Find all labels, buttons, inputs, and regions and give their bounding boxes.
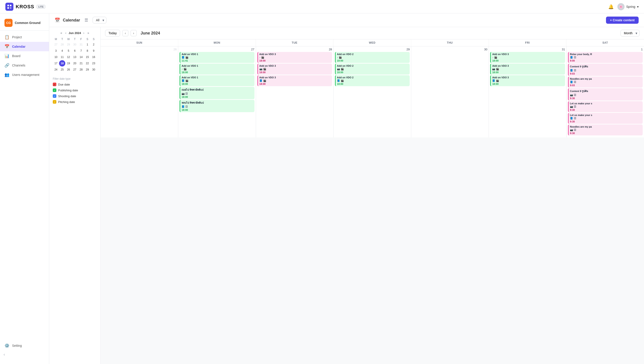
day-header-wed: WED bbox=[334, 39, 411, 46]
facebook-icon: 📘 bbox=[182, 79, 185, 82]
event-item[interactable]: Content 9 รูปค้น 📘 🖼 9:03 bbox=[568, 64, 643, 76]
mini-cal-day[interactable]: 30 bbox=[90, 67, 97, 73]
sidebar-item-users[interactable]: 👥 Users management bbox=[0, 70, 49, 79]
mini-cal-day[interactable]: 7 bbox=[78, 48, 84, 54]
mini-cal-prev-prev[interactable]: « bbox=[60, 31, 63, 35]
view-select[interactable]: Month Week Day bbox=[620, 30, 640, 37]
mini-cal-day[interactable]: 1 bbox=[84, 41, 90, 48]
mini-cal-day[interactable]: 31 bbox=[78, 41, 84, 48]
mini-cal-day[interactable]: 27 bbox=[72, 67, 78, 73]
sidebar-item-setting[interactable]: ⚙️ Setting bbox=[0, 341, 49, 350]
mini-cal-day[interactable]: 28 bbox=[59, 41, 65, 48]
event-item[interactable]: Add on VDO 3 📷 🎬 18:00 bbox=[490, 64, 565, 75]
next-month-button[interactable]: › bbox=[130, 30, 137, 36]
sidebar-item-calendar[interactable]: 📅 Calendar bbox=[0, 42, 49, 51]
mini-cal-day-s2: S bbox=[90, 37, 97, 41]
mini-cal-day[interactable]: 22 bbox=[84, 60, 90, 67]
mini-cal-day[interactable]: 5 bbox=[65, 48, 72, 54]
event-title: Content 9 รูปค้น bbox=[570, 89, 641, 93]
event-time: 9:30 bbox=[570, 109, 641, 111]
event-item[interactable]: Add on VDO 1 ♪ 🎬 18:00 bbox=[180, 64, 254, 75]
filter-label-due: Due date bbox=[58, 83, 70, 86]
mini-cal-day[interactable]: 29 bbox=[84, 67, 90, 73]
mini-cal-next[interactable]: › bbox=[82, 31, 85, 35]
main-layout: CG Common Ground 📋 Project 📅 Calendar 📊 … bbox=[0, 14, 644, 364]
event-item[interactable]: Add on VDO 1 📘 🎬 11:41 bbox=[180, 52, 254, 63]
notification-bell[interactable]: 🔔 bbox=[608, 4, 614, 10]
mini-cal-day[interactable]: 6 bbox=[72, 48, 78, 54]
event-item[interactable]: Add on VDO 3 📘 🎬 18:00 bbox=[490, 75, 565, 86]
mini-cal-day[interactable]: 29 bbox=[65, 41, 72, 48]
mini-cal-day[interactable]: 30 bbox=[72, 41, 78, 48]
event-item[interactable]: Add on VDO 3 📷 🎬 18:00 bbox=[258, 64, 332, 75]
video-icon: 🎬 bbox=[496, 68, 499, 71]
mini-cal-day[interactable]: 16 bbox=[90, 54, 97, 60]
sidebar-item-board[interactable]: 📊 Board bbox=[0, 51, 49, 61]
event-item[interactable]: Add on VDO 3 ♪ 🎬 18:00 bbox=[490, 52, 565, 63]
mini-cal-prev[interactable]: ‹ bbox=[64, 31, 67, 35]
filter-button[interactable]: ☰ bbox=[83, 17, 90, 24]
mini-cal-day[interactable]: 3 bbox=[53, 48, 59, 54]
tiktok-icon: ♪ bbox=[260, 56, 261, 59]
event-item[interactable]: หลบไป พิชชามีทสิแป 📘 🖼 18:00 bbox=[180, 100, 254, 112]
event-time: 18:00 bbox=[182, 109, 253, 111]
mini-cal-day[interactable]: 4 bbox=[59, 48, 65, 54]
mini-cal-day[interactable]: 11 bbox=[59, 54, 65, 60]
mini-cal-day[interactable]: 10 bbox=[53, 54, 59, 60]
mini-cal-day[interactable]: 18 bbox=[59, 60, 65, 67]
event-item[interactable]: Add on VDO 2 📘 🎬 18:00 bbox=[335, 75, 410, 86]
day-header-thu: THU bbox=[411, 39, 489, 46]
video-icon: 🎬 bbox=[496, 79, 499, 82]
event-item[interactable]: Add on VDO 1 📘 🎬 18:00 bbox=[180, 75, 254, 86]
event-item[interactable]: Noodles are my pa 📷 🖼 9:30 bbox=[568, 124, 643, 135]
mini-cal-day[interactable]: 20 bbox=[72, 60, 78, 67]
sidebar-label-setting: Setting bbox=[12, 344, 22, 347]
create-content-button[interactable]: + Create content bbox=[606, 17, 639, 24]
mini-cal-day[interactable]: 26 bbox=[65, 67, 72, 73]
mini-cal-day[interactable]: 17 bbox=[53, 60, 59, 67]
event-item[interactable]: Let us make your s 📷 🖼 9:30 bbox=[568, 101, 643, 112]
today-button[interactable]: Today bbox=[105, 30, 120, 37]
filter-checkbox-publishing[interactable]: ✓ bbox=[53, 88, 56, 92]
sidebar-item-channels[interactable]: 🔗 Channels bbox=[0, 61, 49, 70]
mini-cal-day[interactable]: 21 bbox=[78, 60, 84, 67]
event-item[interactable]: Relax your body, R 📘 🖼 9:00 bbox=[568, 52, 643, 63]
event-item[interactable]: Add on VDO 3 ♪ 🎬 18:00 bbox=[258, 52, 332, 63]
event-item[interactable]: Let us make your s 📘 🖼 9:30 bbox=[568, 113, 643, 124]
mini-cal-day-s1: S bbox=[84, 37, 90, 41]
mini-cal-day[interactable]: 23 bbox=[90, 60, 97, 67]
filter-checkbox-pitching[interactable]: ✓ bbox=[53, 100, 56, 104]
event-icons: 📘 🖼 bbox=[570, 69, 641, 72]
mini-cal-next-next[interactable]: » bbox=[86, 31, 90, 35]
filter-checkbox-due[interactable]: ✓ bbox=[53, 83, 56, 86]
mini-cal-day[interactable]: 14 bbox=[78, 54, 84, 60]
mini-cal-day-w: W bbox=[65, 37, 72, 41]
mini-cal-day[interactable]: 19 bbox=[65, 60, 72, 67]
event-item[interactable]: Add on VDO 2 ♪ 🎬 18:00 bbox=[335, 52, 410, 63]
mini-cal-day[interactable]: 2 bbox=[90, 41, 97, 48]
mini-cal-day[interactable]: 15 bbox=[84, 54, 90, 60]
user-menu[interactable]: 🌸 Spring ▾ bbox=[618, 3, 639, 10]
event-item[interactable]: Content 9 รูปค้น 📷 🖼 9:30 bbox=[568, 88, 643, 101]
mini-cal-day[interactable]: 27 bbox=[53, 41, 59, 48]
filter-checkbox-shooting[interactable]: ✓ bbox=[53, 94, 56, 98]
cell-date-28: 28 bbox=[258, 48, 332, 51]
event-item[interactable]: Add on VDO 2 📷 🎬 18:00 bbox=[335, 64, 410, 75]
mini-cal-day[interactable]: 24 bbox=[53, 67, 59, 73]
video-icon: 🎬 bbox=[341, 79, 344, 82]
sidebar-collapse-button[interactable]: ‹ bbox=[0, 350, 8, 359]
event-item[interactable]: Noodles are my pa 📘 🖼 9:03 bbox=[568, 77, 643, 88]
image-icon: 🖼 bbox=[574, 94, 576, 96]
mini-cal-day[interactable]: 9 bbox=[90, 48, 97, 54]
mini-cal-day[interactable]: 8 bbox=[84, 48, 90, 54]
mini-cal-day[interactable]: 28 bbox=[78, 67, 84, 73]
event-item[interactable]: Add on VDO 3 📘 🎬 18:00 bbox=[258, 75, 332, 86]
mini-cal-day[interactable]: 13 bbox=[72, 54, 78, 60]
sidebar-item-project[interactable]: 📋 Project bbox=[0, 33, 49, 42]
mini-cal-day[interactable]: 25 bbox=[59, 67, 65, 73]
event-time: 18:00 bbox=[260, 83, 331, 85]
mini-cal-day[interactable]: 12 bbox=[65, 54, 72, 60]
prev-month-button[interactable]: ‹ bbox=[122, 30, 128, 36]
event-item[interactable]: ถอยไป พิชชามีทสิแป 📷 🖼 18:00 bbox=[180, 87, 254, 99]
content-filter-select[interactable]: All bbox=[92, 17, 106, 24]
